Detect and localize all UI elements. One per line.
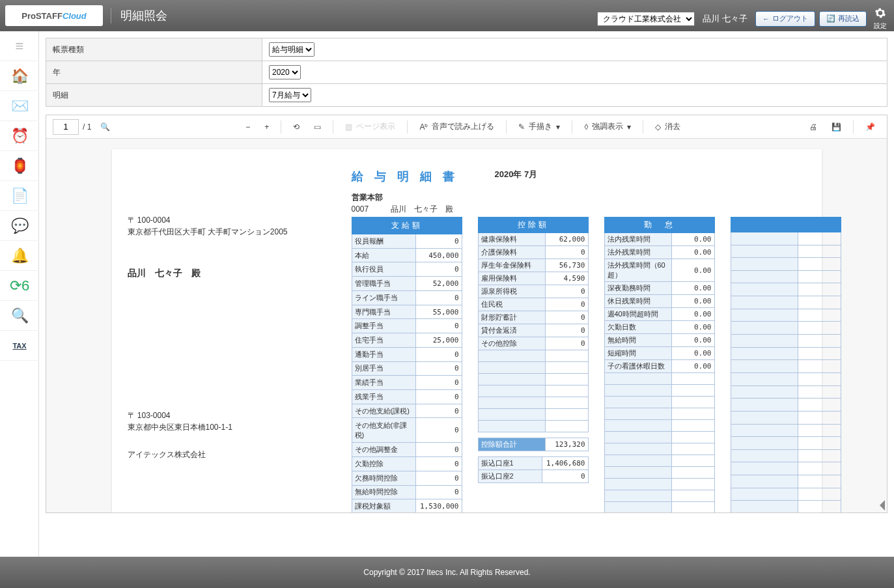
row-value: 0	[415, 347, 462, 361]
erase-button[interactable]: ◇ 消去	[650, 119, 686, 135]
row-value: 0.00	[672, 259, 714, 282]
row-label	[731, 296, 798, 309]
row-label	[731, 335, 798, 348]
clock-icon[interactable]: ⏰	[0, 121, 39, 151]
row-value: 0.00	[672, 360, 714, 373]
logo-text: ProSTAFF	[21, 11, 63, 21]
row-label	[731, 501, 798, 512]
stamp-icon[interactable]: 🏮	[0, 151, 39, 181]
row-label	[731, 437, 798, 450]
row-value: 0.00	[672, 308, 714, 321]
deduct-total-table: 控除額合計123,320	[478, 438, 589, 451]
table-row: 子の看護休暇日数0.00	[604, 360, 714, 373]
table-row: 短縮時間0.00	[604, 347, 714, 360]
row-value	[798, 475, 841, 488]
table-row	[604, 373, 714, 385]
viewer-toolbar: / 1 🔍 − + ⟲ ▭ ▥ ページ表示 Aᵇ 音声で読み上げる ✎ 手描き …	[46, 115, 887, 139]
deduct-total-value: 123,320	[546, 438, 588, 451]
highlight-label: 強調表示	[592, 121, 623, 132]
page-input[interactable]	[53, 119, 79, 135]
search-icon[interactable]: 🔍	[95, 120, 115, 134]
table-row	[731, 258, 841, 271]
row-value: 0	[415, 376, 462, 390]
row-label	[478, 397, 546, 409]
reload-button[interactable]: 🔄再読込	[819, 11, 867, 27]
row-label	[604, 385, 672, 397]
addr1-zip: 〒 100-0004	[128, 214, 336, 226]
row-label: 週40時間超時間	[604, 308, 672, 321]
row-label: その他支給(課税)	[352, 404, 415, 418]
row-value: 52,000	[415, 277, 462, 291]
table-row: 健康保険料62,000	[478, 233, 588, 246]
rotate-icon[interactable]: ⟲	[288, 120, 305, 134]
filter-year-label: 年	[46, 61, 262, 84]
freehand-button[interactable]: ✎ 手描き ▾	[513, 119, 565, 135]
row-label	[731, 245, 798, 258]
table-row: 深夜勤務時間0.00	[604, 282, 714, 295]
row-value: 0	[546, 337, 588, 350]
gear-icon	[874, 7, 887, 20]
tts-button[interactable]: Aᵇ 音声で読み上げる	[414, 119, 499, 135]
filter-year-select[interactable]: 2020	[269, 65, 301, 79]
row-value	[798, 437, 841, 450]
row-label: 調整手当	[352, 319, 415, 333]
page-view-button: ▥ ページ表示	[340, 119, 400, 135]
refresh-badge-icon[interactable]: ⟳6	[0, 271, 39, 301]
logo: ProSTAFF Cloud	[5, 5, 103, 26]
filter-detail-select[interactable]: 7月給与	[269, 88, 311, 102]
row-value: 0	[415, 457, 462, 471]
row-value: 62,000	[546, 233, 588, 246]
row-value	[798, 501, 841, 512]
row-label: 課税対象額	[352, 499, 415, 512]
row-label	[731, 411, 798, 424]
row-value: 0	[415, 234, 462, 249]
pin-icon[interactable]: 📌	[860, 120, 880, 134]
row-value	[798, 232, 841, 245]
form-icon[interactable]: 📄	[0, 181, 39, 211]
row-value	[672, 455, 714, 467]
row-value: 0.00	[672, 347, 714, 360]
row-label: 通勤手当	[352, 347, 415, 361]
table-row	[731, 322, 841, 335]
table-row: 調整手当0	[352, 319, 462, 333]
table-row	[604, 479, 714, 490]
fit-icon[interactable]: ▭	[309, 120, 326, 134]
tts-label: 音声で読み上げる	[432, 121, 494, 132]
table-row: その他支給(課税)0	[352, 404, 462, 418]
row-label: 介護保険料	[478, 246, 546, 259]
row-label	[478, 421, 546, 432]
highlight-button[interactable]: ◊ 強調表示 ▾	[579, 119, 636, 135]
company-select[interactable]: クラウド工業株式会社	[597, 12, 695, 26]
save-icon[interactable]: 💾	[826, 120, 846, 134]
settings-label: 設定	[871, 21, 890, 31]
row-label	[604, 479, 672, 490]
bell-icon[interactable]: 🔔	[0, 241, 39, 271]
print-icon[interactable]: 🖨	[804, 120, 822, 134]
zoom-out-icon[interactable]: −	[240, 120, 255, 134]
table-row: 無給時間0.00	[604, 334, 714, 347]
chat-icon[interactable]: 💬	[0, 211, 39, 241]
row-label	[604, 397, 672, 408]
footer: Copyright © 2017 Itecs Inc. All Rights R…	[0, 557, 894, 588]
tax-icon[interactable]: TAX	[0, 331, 39, 361]
page-view-label: ページ表示	[356, 121, 395, 132]
table-row: 休日残業時間0.00	[604, 295, 714, 308]
search-icon[interactable]: 🔍	[0, 301, 39, 331]
row-label	[731, 399, 798, 412]
home-icon[interactable]: 🏠	[0, 61, 39, 91]
filter-type-select[interactable]: 給与明細	[269, 42, 314, 57]
zoom-in-icon[interactable]: +	[259, 120, 274, 134]
row-value	[672, 490, 714, 502]
recipient-name: 品川 七々子 殿	[128, 268, 336, 279]
mail-icon[interactable]: ✉️	[0, 91, 39, 121]
blank-table	[731, 217, 841, 512]
menu-icon[interactable]: ≡	[0, 31, 39, 61]
table-row: 財形貯蓄計0	[478, 311, 588, 324]
row-value	[798, 270, 841, 283]
table-row	[604, 420, 714, 432]
transfer1-value: 1,406,680	[542, 457, 588, 470]
logout-button[interactable]: ←ログアウト	[755, 11, 815, 27]
settings-button[interactable]: 設定	[871, 7, 890, 31]
table-row	[604, 397, 714, 408]
viewer-body[interactable]: 〒 100-0004 東京都千代田区大手町 大手町マンション2005 品川 七々…	[46, 139, 887, 512]
